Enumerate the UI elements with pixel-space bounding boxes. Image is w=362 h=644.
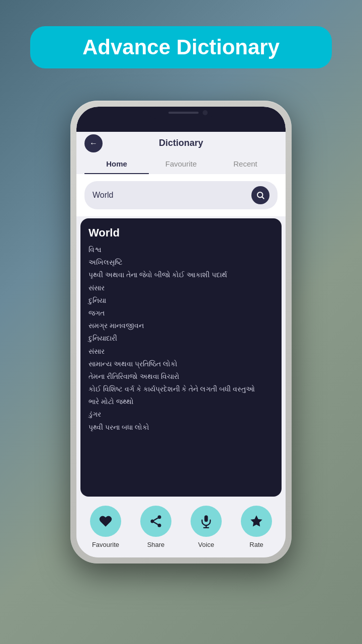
result-line: તેમના રીતિરિવાજો અથવા વિચારો <box>88 370 274 383</box>
search-icon <box>256 191 265 200</box>
tab-favourite[interactable]: Favourite <box>149 154 213 174</box>
svg-line-6 <box>154 518 158 521</box>
screen-title: Dictionary <box>159 138 203 148</box>
result-line: સંસાર <box>88 282 274 294</box>
notch <box>148 107 214 119</box>
app-banner: Advance Dictionary <box>30 26 332 68</box>
svg-point-2 <box>158 515 161 519</box>
results-panel: World વિશ્વઅખિલસૃષ્ટિપૃથ્વી અથવા તેના જે… <box>80 218 282 497</box>
app-header: ← Dictionary <box>76 132 286 154</box>
result-line: અખિલસૃષ્ટિ <box>88 256 274 269</box>
result-line: ભારે મોટો જથ્થો <box>88 395 274 408</box>
result-lines: વિશ્વઅખિલસૃષ્ટિપૃથ્વી અથવા તેના જેવો બીજ… <box>88 244 274 434</box>
search-box <box>84 181 278 209</box>
search-area <box>76 174 286 216</box>
favourite-action[interactable]: Favourite <box>90 506 121 548</box>
back-arrow-icon: ← <box>89 139 98 148</box>
result-line: પૃથ્વી અથવા તેના જેવો બીજો કોઈ આકાશી પદા… <box>88 269 274 281</box>
notch-camera <box>203 110 208 115</box>
result-line: સમગ્ર માનવજીવન <box>88 319 274 332</box>
tab-home[interactable]: Home <box>84 154 149 174</box>
share-icon <box>149 514 163 528</box>
svg-rect-7 <box>205 515 208 522</box>
svg-marker-10 <box>250 515 262 526</box>
heart-icon <box>99 514 113 528</box>
result-line: પૃથ્વી પરના બધા લોકો <box>88 421 274 434</box>
favourite-label: Favourite <box>92 541 119 548</box>
rate-action[interactable]: Rate <box>241 506 272 548</box>
share-label: Share <box>147 541 165 548</box>
search-button[interactable] <box>251 186 269 204</box>
app-title: Advance Dictionary <box>82 35 280 59</box>
result-line: ડુંગર <box>88 408 274 421</box>
svg-line-5 <box>154 522 158 525</box>
voice-action[interactable]: Voice <box>191 506 222 548</box>
phone-mockup: ← Dictionary Home Favourite Recent <box>70 101 292 564</box>
rate-circle <box>241 506 272 537</box>
tab-bar: Home Favourite Recent <box>76 154 286 174</box>
phone-screen: ← Dictionary Home Favourite Recent <box>76 107 286 557</box>
voice-label: Voice <box>198 541 214 548</box>
result-line: સામાન્ય અથવા પ્રતિષ્ઠિત લોકો <box>88 358 274 370</box>
mic-icon <box>199 514 213 528</box>
svg-point-4 <box>158 524 161 527</box>
notch-bar <box>168 112 199 114</box>
back-button[interactable]: ← <box>84 134 103 152</box>
bottom-actions: Favourite Share <box>76 499 286 557</box>
tab-recent[interactable]: Recent <box>213 154 278 174</box>
result-line: વિશ્વ <box>88 244 274 256</box>
rate-label: Rate <box>249 541 263 548</box>
phone-notch <box>76 107 286 132</box>
search-input[interactable] <box>93 191 251 200</box>
result-line: દુનિયા <box>88 294 274 307</box>
result-line: કોઈ વિશિષ્ટ વર્ગ કે કાર્યપ્રદેશની કે તેન… <box>88 383 274 395</box>
favourite-circle <box>90 506 121 537</box>
result-line: સંસાર <box>88 345 274 358</box>
share-circle <box>140 506 171 537</box>
svg-line-1 <box>262 197 263 198</box>
svg-point-3 <box>151 520 154 523</box>
result-line: દુનિયાદારી <box>88 332 274 345</box>
star-icon <box>249 514 263 528</box>
share-action[interactable]: Share <box>140 506 171 548</box>
result-line: જગત <box>88 307 274 319</box>
result-word: World <box>88 226 274 239</box>
voice-circle <box>191 506 222 537</box>
